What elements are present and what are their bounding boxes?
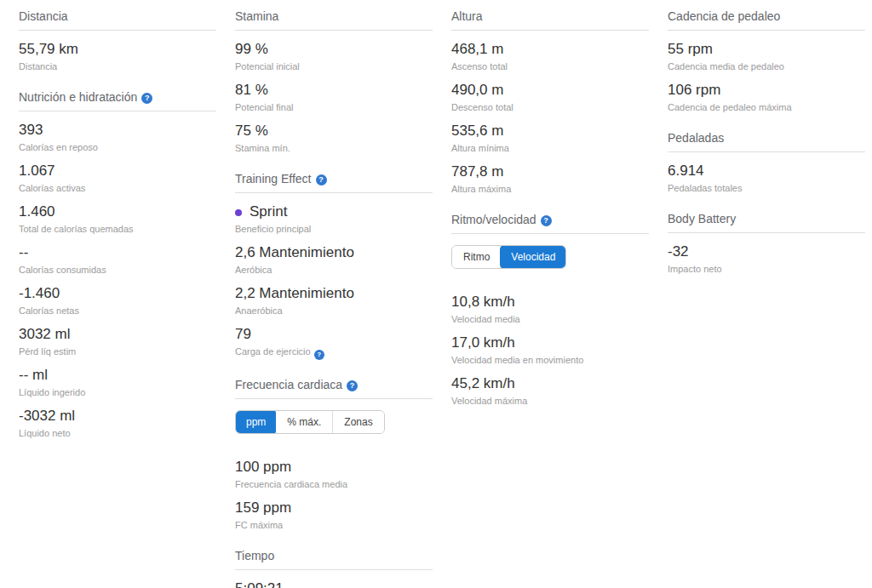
- stat-value-text: 6.914: [668, 163, 704, 179]
- help-icon[interactable]: ?: [347, 380, 358, 391]
- stat-value: 2,2 Mantenimiento: [235, 284, 433, 303]
- stat-label-text: Líquido ingerido: [19, 387, 85, 397]
- stat-value-text: 3032 ml: [19, 326, 70, 342]
- section-title: Tiempo: [235, 549, 274, 562]
- help-icon[interactable]: ?: [316, 174, 327, 186]
- stat-value-text: 81 %: [235, 82, 268, 98]
- stat-item: 5:09:21Tiempo en movimiento: [235, 579, 433, 588]
- stat-label-text: FC máxima: [235, 520, 283, 530]
- stat-item: 45,2 km/hVelocidad máxima: [451, 374, 649, 407]
- stat-item: 2,2 MantenimientoAnaeróbica: [235, 284, 433, 317]
- stat-label: Cadencia de pedaleo máxima: [668, 101, 865, 113]
- stat-item: -3032 mlLíquido neto: [19, 407, 216, 439]
- stat-value-text: 17,0 km/h: [451, 334, 515, 351]
- tab-ritmo[interactable]: Ritmo: [452, 246, 501, 268]
- stat-label: Anaeróbica: [235, 305, 433, 317]
- stat-value-text: -- ml: [19, 367, 48, 383]
- stat-label: Ascenso total: [451, 60, 649, 72]
- stat-label-text: Stamina mín.: [235, 143, 290, 153]
- stat-label: Calorías activas: [19, 182, 216, 194]
- stat-value-text: --: [19, 244, 28, 260]
- stat-label-text: Altura máxima: [451, 184, 511, 194]
- stat-item: 79Carga de ejercicio?: [235, 325, 433, 360]
- stat-value: --: [19, 243, 216, 262]
- section-header: Pedaladas: [668, 130, 865, 152]
- section-header: Body Battery: [668, 211, 865, 233]
- section-header: Stamina: [235, 9, 433, 31]
- stat-value-text: 159 ppm: [235, 500, 291, 516]
- stat-label-text: Potencial inicial: [235, 61, 300, 71]
- stat-label-text: Velocidad máxima: [451, 396, 527, 406]
- stat-value: 75 %: [235, 122, 433, 140]
- section-title: Stamina: [235, 9, 278, 23]
- stat-value: 6.914: [668, 162, 865, 180]
- stat-item: 100 ppmFrecuencia cardiaca media: [235, 458, 433, 490]
- stat-label: Distancia: [19, 60, 216, 72]
- stat-item: 10,8 km/hVelocidad media: [451, 293, 649, 325]
- stat-value-text: 1.460: [19, 203, 55, 220]
- stat-value: 106 rpm: [668, 81, 865, 100]
- stat-label: Potencial final: [235, 101, 433, 113]
- stat-label: Calorías en reposo: [19, 141, 216, 153]
- stat-value: -3032 ml: [19, 407, 216, 425]
- stat-label-text: Impacto neto: [668, 264, 722, 274]
- tab-max[interactable]: % máx.: [276, 411, 332, 433]
- stat-value-text: -32: [668, 243, 689, 260]
- stat-value: 5:09:21: [235, 579, 433, 588]
- stat-label: Velocidad máxima: [451, 395, 649, 407]
- stat-value: 3032 ml: [19, 325, 216, 344]
- stat-label-text: Calorías en reposo: [19, 142, 98, 152]
- help-icon[interactable]: ?: [541, 215, 552, 226]
- stat-label: Pedaladas totales: [668, 182, 865, 194]
- stat-value: 159 ppm: [235, 499, 433, 517]
- tab-velocidad[interactable]: Velocidad: [500, 245, 566, 269]
- stat-label: Velocidad media: [451, 313, 649, 325]
- section-distancia: Distancia55,79 kmDistancia: [19, 9, 216, 72]
- section-title: Ritmo/velocidad: [451, 213, 536, 226]
- stat-value-text: 100 ppm: [235, 459, 291, 475]
- stat-label-text: Beneficio principal: [235, 224, 311, 234]
- stat-value-text: 1.067: [19, 163, 55, 179]
- stat-label: FC máxima: [235, 519, 433, 531]
- section-tiempo: Tiempo5:09:21Tiempo en movimiento: [235, 548, 433, 588]
- stat-value-text: 106 rpm: [668, 82, 720, 98]
- stat-label: Altura mínima: [451, 142, 649, 154]
- stat-label: Carga de ejercicio?: [235, 345, 433, 360]
- stat-value-text: 2,6 Mantenimiento: [235, 244, 354, 260]
- stat-label-text: Calorías consumidas: [19, 265, 106, 275]
- stat-value: 55 rpm: [668, 40, 865, 59]
- stat-label: Calorías consumidas: [19, 264, 216, 276]
- stat-label-text: Carga de ejercicio: [235, 346, 311, 357]
- stat-value: 1.067: [19, 162, 216, 180]
- help-icon[interactable]: ?: [141, 93, 152, 104]
- stat-label: Líquido ingerido: [19, 386, 216, 398]
- stat-value-text: -1.460: [19, 285, 60, 301]
- stat-label-text: Total de calorías quemadas: [19, 224, 134, 234]
- stat-label: Descenso total: [451, 101, 649, 113]
- section-title: Distancia: [19, 9, 68, 23]
- stat-item: 99 %Potencial inicial: [235, 40, 433, 72]
- tab-zonas[interactable]: Zonas: [332, 411, 383, 433]
- stat-value-text: 45,2 km/h: [451, 375, 515, 391]
- section-altura: Altura468,1 mAscenso total490,0 mDescens…: [451, 9, 649, 195]
- stat-label-text: Ascenso total: [451, 61, 508, 71]
- stat-label-text: Calorías activas: [19, 183, 85, 193]
- help-icon[interactable]: ?: [314, 350, 324, 360]
- section-nutricion-e-hidratacion: Nutrición e hidratación?393Calorías en r…: [19, 89, 216, 439]
- section-header: Distancia: [19, 9, 216, 31]
- stat-value: 393: [19, 121, 216, 140]
- stat-label: Pérd líq estim: [19, 345, 216, 357]
- section-header: Training Effect?: [235, 171, 433, 193]
- stat-label-text: Pedaladas totales: [668, 183, 742, 193]
- stat-label-text: Líquido neto: [19, 428, 71, 438]
- stat-item: --Calorías consumidas: [19, 243, 216, 276]
- section-body-battery: Body Battery-32Impacto neto: [668, 211, 865, 275]
- stat-label: Beneficio principal: [235, 223, 433, 235]
- section-header: Nutrición e hidratación?: [19, 89, 216, 111]
- stat-label-text: Potencial final: [235, 102, 294, 112]
- tab-ppm[interactable]: ppm: [235, 410, 277, 434]
- section-header: Ritmo/velocidad?: [451, 212, 649, 234]
- stat-item: 6.914Pedaladas totales: [668, 162, 865, 194]
- stat-value-text: 55,79 km: [19, 41, 78, 57]
- section-title: Training Effect: [235, 172, 312, 186]
